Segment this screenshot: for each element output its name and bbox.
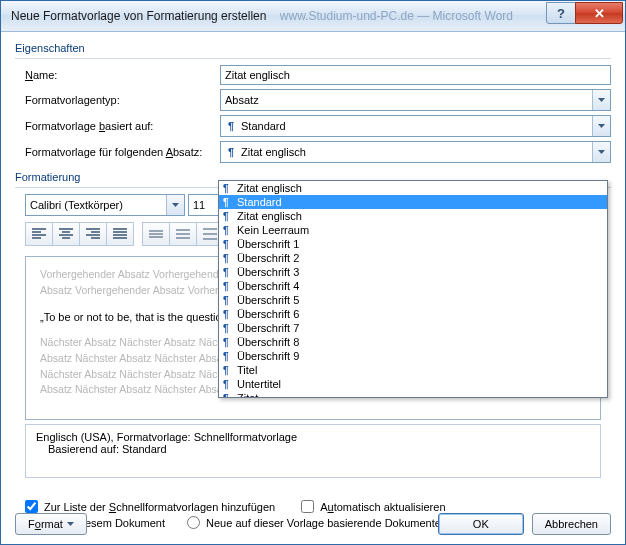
linespacing-1-button[interactable]: [142, 222, 170, 246]
paragraph-icon: ¶: [223, 239, 237, 250]
dropdown-item[interactable]: ¶Zitat englisch: [219, 209, 607, 223]
linespacing-15-button[interactable]: [169, 222, 197, 246]
paragraph-icon: ¶: [223, 253, 237, 264]
align-left-button[interactable]: [25, 222, 53, 246]
label-name: Name:: [15, 69, 220, 81]
dropdown-item[interactable]: ¶Überschrift 4: [219, 279, 607, 293]
dropdown-item[interactable]: ¶Überschrift 6: [219, 307, 607, 321]
paragraph-icon: ¶: [223, 337, 237, 348]
dropdown-item[interactable]: ¶Zitat englisch: [219, 181, 607, 195]
paragraph-icon: ¶: [223, 281, 237, 292]
paragraph-icon: ¶: [223, 295, 237, 306]
paragraph-icon: ¶: [223, 379, 237, 390]
cancel-button[interactable]: Abbrechen: [532, 513, 611, 535]
dropdown-item[interactable]: ¶Überschrift 1: [219, 237, 607, 251]
ok-button[interactable]: OK: [438, 513, 524, 535]
following-style-dropdown[interactable]: ¶Zitat englisch¶Standard¶Zitat englisch¶…: [218, 180, 608, 398]
align-justify-button[interactable]: [106, 222, 134, 246]
paragraph-icon: ¶: [223, 197, 237, 208]
quicklist-label: Zur Liste der Schnellformatvorlagen hinz…: [44, 501, 275, 513]
dropdown-item-label: Überschrift 2: [237, 252, 299, 264]
dropdown-item[interactable]: ¶Titel: [219, 363, 607, 377]
label-based-on: Formatvorlage basiert auf:: [15, 120, 220, 132]
paragraph-icon: ¶: [223, 267, 237, 278]
autoupdate-checkbox[interactable]: [301, 500, 314, 513]
dropdown-item[interactable]: ¶Überschrift 5: [219, 293, 607, 307]
style-info: Englisch (USA), Formatvorlage: Schnellfo…: [25, 424, 601, 478]
title-bar: Neue Formatvorlage von Formatierung erst…: [1, 1, 625, 32]
dropdown-item[interactable]: ¶Kein Leerraum: [219, 223, 607, 237]
dropdown-item-label: Überschrift 9: [237, 350, 299, 362]
autoupdate-label: Automatisch aktualisieren: [320, 501, 445, 513]
dropdown-item[interactable]: ¶Überschrift 2: [219, 251, 607, 265]
window-title: Neue Formatvorlage von Formatierung erst…: [11, 9, 547, 23]
dropdown-item[interactable]: ¶Standard: [219, 195, 607, 209]
align-center-button[interactable]: [52, 222, 80, 246]
paragraph-icon: ¶: [223, 365, 237, 376]
dropdown-item[interactable]: ¶Überschrift 7: [219, 321, 607, 335]
name-input[interactable]: [220, 65, 611, 85]
dropdown-item-label: Standard: [237, 196, 282, 208]
dropdown-item-label: Zitat: [237, 392, 258, 397]
dropdown-item-label: Titel: [237, 364, 257, 376]
paragraph-icon: ¶: [225, 146, 237, 158]
label-following: Formatvorlage für folgenden Absatz:: [15, 146, 220, 158]
paragraph-icon: ¶: [223, 183, 237, 194]
chevron-down-icon[interactable]: [592, 116, 610, 136]
dropdown-item-label: Überschrift 6: [237, 308, 299, 320]
quicklist-checkbox[interactable]: [25, 500, 38, 513]
dropdown-item[interactable]: ¶Überschrift 8: [219, 335, 607, 349]
paragraph-icon: ¶: [223, 211, 237, 222]
paragraph-icon: ¶: [223, 351, 237, 362]
help-button[interactable]: ?: [546, 2, 576, 24]
following-combo[interactable]: ¶Zitat englisch: [220, 141, 611, 163]
paragraph-icon: ¶: [223, 393, 237, 398]
type-combo[interactable]: Absatz: [220, 89, 611, 111]
align-right-button[interactable]: [79, 222, 107, 246]
dropdown-item-label: Kein Leerraum: [237, 224, 309, 236]
dropdown-item[interactable]: ¶Überschrift 9: [219, 349, 607, 363]
chevron-down-icon[interactable]: [166, 195, 184, 215]
close-button[interactable]: ✕: [575, 2, 623, 24]
font-combo[interactable]: Calibri (Textkörper): [25, 194, 185, 216]
paragraph-icon: ¶: [223, 323, 237, 334]
dropdown-item-label: Überschrift 7: [237, 322, 299, 334]
dropdown-item[interactable]: ¶Untertitel: [219, 377, 607, 391]
dropdown-item-label: Überschrift 8: [237, 336, 299, 348]
dropdown-item[interactable]: ¶Zitat: [219, 391, 607, 397]
dropdown-item-label: Überschrift 5: [237, 294, 299, 306]
chevron-down-icon[interactable]: [592, 90, 610, 110]
dropdown-item-label: Untertitel: [237, 378, 281, 390]
paragraph-icon: ¶: [223, 309, 237, 320]
dropdown-item-label: Zitat englisch: [237, 210, 302, 222]
chevron-down-icon: [67, 522, 74, 526]
format-button[interactable]: Format: [15, 513, 87, 535]
based-on-combo[interactable]: ¶Standard: [220, 115, 611, 137]
dropdown-item[interactable]: ¶Überschrift 3: [219, 265, 607, 279]
dropdown-item-label: Zitat englisch: [237, 182, 302, 194]
section-properties: Eigenschaften: [15, 42, 611, 54]
dialog-body: Eigenschaften Name: Formatvorlagentyp: A…: [1, 32, 625, 545]
paragraph-icon: ¶: [223, 225, 237, 236]
dropdown-item-label: Überschrift 1: [237, 238, 299, 250]
dropdown-item-label: Überschrift 4: [237, 280, 299, 292]
dialog-window: Neue Formatvorlage von Formatierung erst…: [0, 0, 626, 545]
paragraph-icon: ¶: [225, 120, 237, 132]
chevron-down-icon[interactable]: [592, 142, 610, 162]
label-type: Formatvorlagentyp:: [15, 94, 220, 106]
dropdown-item-label: Überschrift 3: [237, 266, 299, 278]
